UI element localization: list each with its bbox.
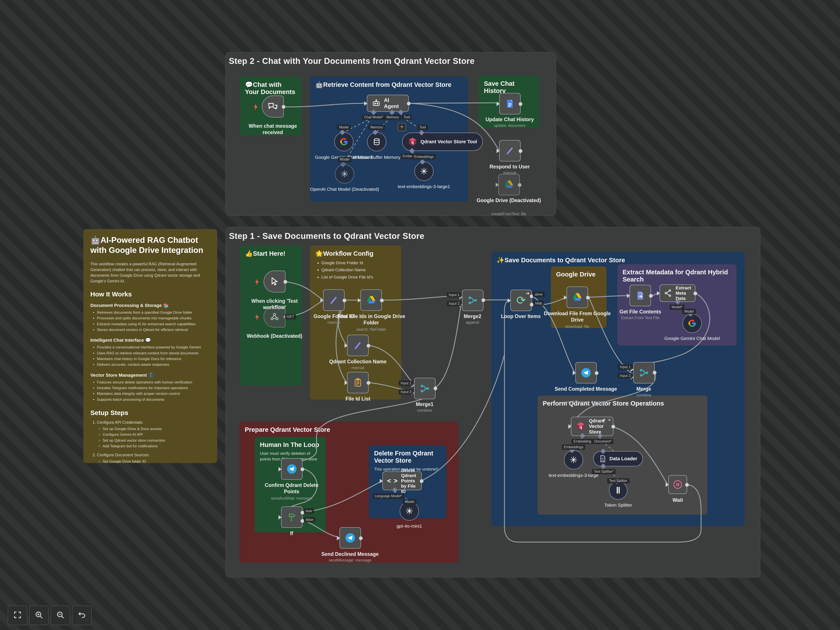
group-step2-title: Step 2 - Chat with Your Documents from Q…	[229, 57, 474, 66]
undo-button[interactable]	[72, 605, 92, 625]
port-memory: Memory	[368, 125, 385, 130]
node-gemini-chat-model[interactable]	[682, 314, 702, 333]
telegram-icon	[580, 367, 592, 379]
node-qdrant-vector-store-tool[interactable]: q Qdrant Vector Store Tool	[402, 133, 483, 151]
node-data-loader[interactable]: 0110 Data Loader	[593, 451, 643, 466]
chat-icon	[267, 101, 278, 112]
arrow-icon: ➜	[608, 418, 611, 422]
node-loop-over-items[interactable]: ➜ ⟳	[510, 290, 532, 311]
port-input2: Input 2	[618, 373, 633, 379]
node-wait[interactable]	[668, 475, 687, 494]
port-false: false	[304, 517, 315, 523]
port-tool: Tool	[417, 125, 428, 130]
node-delete-qdrant-points[interactable]: < > Delete Qdrant Points by File ID	[382, 471, 422, 490]
add-tool-button[interactable]: +	[398, 123, 406, 131]
port-embeddings: Embeddings	[562, 445, 585, 450]
telegram-icon	[344, 532, 356, 543]
node-google-drive-deactivated[interactable]	[498, 174, 520, 195]
port-embedding: Embedding	[572, 439, 593, 444]
node-get-file-contents[interactable]	[630, 285, 651, 306]
pencil-icon	[505, 146, 515, 156]
signpost-icon	[287, 512, 297, 522]
node-label: When chat message received	[238, 123, 308, 136]
node-when-chat-message[interactable]	[262, 96, 284, 117]
trigger-bolt-icon	[253, 103, 259, 112]
node-openai-chat-model[interactable]: ✳	[335, 164, 354, 183]
merge-icon	[468, 295, 478, 305]
zoom-out-button[interactable]	[51, 605, 70, 625]
node-merge[interactable]	[633, 362, 655, 384]
port-loop: loop	[533, 300, 544, 306]
pencil-icon	[353, 340, 363, 351]
port-tool: Tool	[402, 115, 412, 120]
splitter-icon: ‖	[616, 486, 621, 496]
zoom-out-icon	[56, 611, 65, 620]
port-input1: Input 1	[618, 365, 633, 370]
port-memory: Memory	[384, 115, 401, 120]
retry-icon: ⇄	[602, 418, 605, 422]
node-send-completed[interactable]	[575, 362, 597, 384]
node-text-embeddings[interactable]: ✳	[564, 450, 583, 469]
port-model: Model	[337, 125, 351, 130]
google-icon	[687, 319, 697, 328]
port-input2: Input 2	[447, 301, 461, 306]
openai-icon: ✳	[405, 506, 413, 516]
webhook-icon	[270, 311, 279, 322]
node-respond-to-user[interactable]	[499, 140, 521, 161]
openai-icon: ✳	[341, 169, 348, 179]
workflow-canvas[interactable]: Step 2 - Chat with Your Documents from Q…	[0, 0, 840, 630]
node-file-id-list[interactable]	[347, 372, 369, 393]
loop-icon: ⟳	[516, 295, 526, 306]
node-token-splitter[interactable]: ‖	[609, 481, 627, 500]
port-chat-model: Chat Model*	[362, 115, 385, 120]
port-input1: Input 1	[447, 292, 461, 297]
fit-view-button[interactable]	[8, 605, 27, 625]
node-update-chat-history[interactable]	[499, 93, 521, 114]
node-google-folder-id[interactable]	[323, 289, 344, 311]
port-get: GET	[285, 314, 296, 319]
merge-icon	[639, 368, 649, 378]
node-merge1[interactable]	[414, 378, 436, 399]
node-send-declined[interactable]	[339, 527, 361, 549]
node-gemini-chat-model1[interactable]	[334, 132, 354, 152]
google-drive-icon	[504, 180, 514, 189]
node-text-embeddings-1[interactable]: ✳	[414, 162, 434, 181]
binary-file-icon: 0110	[599, 455, 606, 463]
port-language-model: Language Model*	[373, 494, 404, 499]
node-window-buffer-memory[interactable]	[367, 132, 386, 152]
port-model: Model	[682, 309, 696, 314]
connections-layer	[0, 0, 840, 630]
trigger-bolt-icon	[254, 313, 260, 322]
openai-icon: ✳	[570, 455, 577, 465]
google-icon	[339, 137, 349, 147]
node-find-file-ids[interactable]	[360, 289, 382, 311]
node-merge2[interactable]	[462, 290, 483, 311]
filter-icon: ➜	[526, 291, 530, 296]
google-docs-icon	[505, 99, 515, 109]
undo-icon	[77, 611, 86, 620]
port-document: Document*	[592, 439, 613, 444]
node-confirm-delete[interactable]	[281, 458, 303, 480]
port-embeddings: Embeddings	[412, 154, 436, 159]
telegram-icon	[286, 463, 297, 475]
node-extract-meta-data[interactable]: Extract Meta Data	[660, 284, 695, 302]
node-qdrant-collection-name[interactable]	[347, 335, 369, 356]
openai-icon: ✳	[420, 166, 428, 177]
port-input2: Input 2	[399, 389, 414, 395]
google-drive-icon	[366, 295, 376, 305]
node-ai-agent[interactable]: AI Agent	[367, 95, 409, 112]
port-text-splitter: Text Splitter	[607, 478, 629, 483]
file-export-icon	[635, 291, 645, 300]
zoom-in-button[interactable]	[29, 605, 49, 625]
port-text-splitter: Text Splitter*	[592, 469, 616, 474]
robot-icon	[372, 99, 381, 108]
svg-text:q: q	[411, 140, 414, 145]
qdrant-icon: q	[576, 421, 586, 431]
node-qdrant-vector-store[interactable]: ⇄ ➜ q Qdrant Vector Store	[571, 417, 613, 436]
port-done: done	[533, 292, 545, 297]
node-download-file[interactable]	[567, 287, 588, 308]
code-icon: < >	[387, 477, 398, 485]
node-when-clicking-test[interactable]	[264, 271, 286, 292]
node-if[interactable]	[281, 507, 303, 528]
clipboard-icon	[353, 378, 363, 387]
